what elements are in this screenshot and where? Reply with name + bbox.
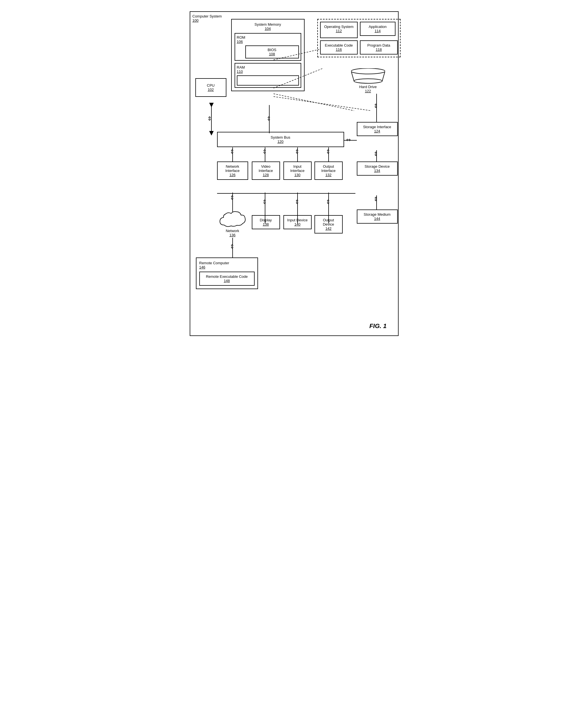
rom-num: 106 <box>237 40 299 44</box>
ram-inner <box>237 75 299 86</box>
storage-medium-label: Storage Medium <box>360 212 395 217</box>
storage-device-label: Storage Device <box>360 164 395 168</box>
svg-text:⇕: ⇕ <box>207 115 212 122</box>
ram-box: RAM 110 <box>235 63 301 88</box>
svg-text:⇕: ⇕ <box>230 194 234 201</box>
bios-num: 108 <box>248 52 297 56</box>
video-interface-label: Video Interface <box>255 164 277 173</box>
storage-interface-num: 124 <box>360 129 395 133</box>
svg-text:⇕: ⇕ <box>230 149 234 155</box>
network-label: Network <box>216 229 250 233</box>
cpu-label: CPU <box>198 83 224 87</box>
input-interface-label: Input Interface <box>286 164 309 173</box>
remote-exec-code-box: Remote Executable Code 148 <box>199 271 255 286</box>
application-stack: Application 114 <box>360 22 398 38</box>
svg-point-36 <box>354 79 382 83</box>
system-memory-label: System Memory <box>235 22 301 26</box>
program-data-box: Program Data 118 <box>360 41 398 55</box>
input-interface-box: Input Interface 130 <box>283 161 312 180</box>
svg-text:⇕: ⇕ <box>373 151 378 157</box>
svg-text:⇕: ⇕ <box>373 103 378 109</box>
network-cloud-shape <box>219 210 247 228</box>
system-bus-num: 120 <box>221 140 341 144</box>
svg-text:⇔: ⇔ <box>346 137 351 143</box>
hard-drive-num: 122 <box>348 89 388 93</box>
storage-medium-num: 144 <box>360 217 395 221</box>
display-label: Display <box>255 218 277 222</box>
input-device-num: 140 <box>286 222 309 226</box>
svg-text:⇕: ⇕ <box>373 196 378 202</box>
os-label: Operating System <box>323 24 355 29</box>
program-data-label: Program Data <box>363 43 395 48</box>
input-device-box: Input Device 140 <box>283 215 312 229</box>
os-num: 112 <box>323 29 355 33</box>
exec-code-num: 116 <box>323 48 355 52</box>
network-cloud: Network 136 <box>216 210 250 237</box>
software-box: Operating System 112 Application 114 Exe… <box>317 19 401 57</box>
interface-separator <box>217 193 355 194</box>
output-interface-num: 132 <box>317 173 340 177</box>
diagram-title: CPU Computer System100 <box>192 14 222 22</box>
system-bus-label: System Bus <box>221 135 341 140</box>
svg-text:⇕: ⇕ <box>326 149 330 155</box>
bios-box: BIOS 108 <box>245 46 299 59</box>
svg-text:⇕: ⇕ <box>262 199 267 205</box>
remote-exec-code-num: 148 <box>202 279 252 283</box>
display-num: 138 <box>255 222 277 226</box>
program-data-num: 118 <box>363 48 395 52</box>
exec-code-box: Executable Code 116 <box>320 41 358 55</box>
svg-text:⇕: ⇕ <box>326 199 330 205</box>
bios-label: BIOS <box>248 48 297 52</box>
ram-num: 110 <box>237 69 299 74</box>
input-interface-num: 130 <box>286 173 309 177</box>
video-interface-box: Video Interface 128 <box>252 161 280 180</box>
remote-exec-code-label: Remote Executable Code <box>202 275 252 279</box>
storage-interface-label: Storage Interface <box>360 125 395 129</box>
main-diagram-box: CPU Computer System100 <box>190 11 399 336</box>
remote-computer-num: 146 <box>199 265 255 269</box>
hard-drive-label: Hard Drive <box>348 85 388 89</box>
svg-text:⇕: ⇕ <box>295 199 299 205</box>
svg-line-18 <box>273 96 371 111</box>
svg-point-35 <box>351 68 385 74</box>
network-interface-num: 126 <box>220 173 245 177</box>
cpu-box: CPU 102 <box>195 78 226 97</box>
rom-label: ROM <box>237 35 299 40</box>
application-box: Application 114 <box>360 22 396 36</box>
hard-drive-shape <box>351 68 385 84</box>
system-bus-box: System Bus 120 <box>217 132 344 147</box>
storage-medium-box: Storage Medium 144 <box>357 210 398 224</box>
storage-device-num: 134 <box>360 168 395 173</box>
os-box: Operating System 112 <box>320 22 358 38</box>
output-device-box: Output Device 142 <box>315 215 343 233</box>
network-interface-box: Network Interface 126 <box>217 161 248 180</box>
exec-code-label: Executable Code <box>323 43 355 48</box>
network-num: 136 <box>216 233 250 237</box>
output-interface-label: Output Interface <box>317 164 340 173</box>
svg-line-17 <box>273 94 354 111</box>
svg-text:⇕: ⇕ <box>230 243 234 250</box>
output-device-num: 142 <box>317 226 340 231</box>
storage-interface-box: Storage Interface 124 <box>357 122 398 136</box>
system-memory-box: System Memory 104 ROM 106 BIOS 108 RAM 1… <box>231 19 305 91</box>
output-device-label: Output Device <box>317 218 340 226</box>
svg-text:⇕: ⇕ <box>262 149 267 155</box>
cpu-num: 102 <box>198 87 224 92</box>
network-interface-label: Network Interface <box>220 164 245 173</box>
storage-device-box: Storage Device 134 <box>357 161 398 176</box>
remote-computer-label: Remote Computer <box>199 261 255 265</box>
svg-text:⇕: ⇕ <box>266 115 271 122</box>
display-box: Display 138 <box>252 215 280 229</box>
system-memory-num: 104 <box>235 26 301 31</box>
hard-drive-area: Hard Drive 122 <box>348 68 388 93</box>
output-interface-box: Output Interface 132 <box>315 161 343 180</box>
application-label: Application <box>363 24 393 29</box>
ram-label: RAM <box>237 65 299 69</box>
application-num: 114 <box>363 29 393 33</box>
rom-box: ROM 106 BIOS 108 <box>235 33 301 61</box>
video-interface-num: 128 <box>255 173 277 177</box>
svg-text:⇕: ⇕ <box>295 149 299 155</box>
page-container: CPU Computer System100 <box>184 6 404 341</box>
fig-label: FIG. 1 <box>369 322 387 330</box>
input-device-label: Input Device <box>286 218 309 222</box>
